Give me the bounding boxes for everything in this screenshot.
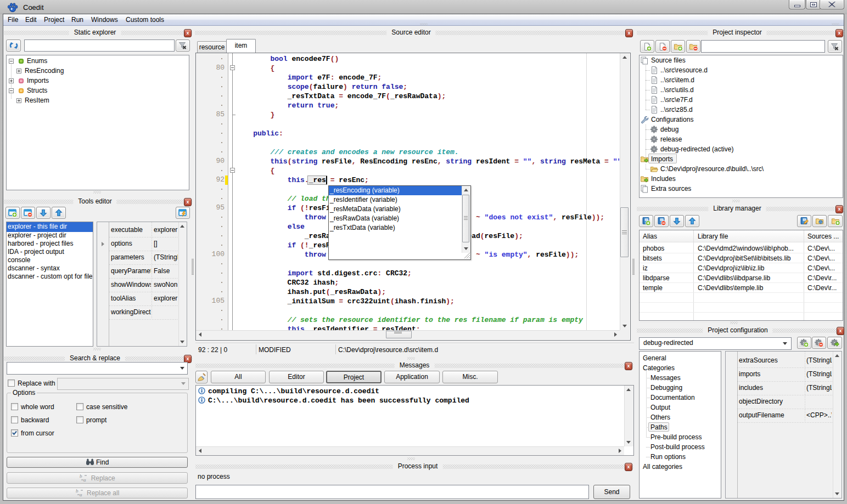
svg-text:b: b <box>80 473 82 479</box>
svg-text:a: a <box>83 477 86 482</box>
svg-text:a: a <box>80 492 82 497</box>
svg-text:b: b <box>76 488 78 494</box>
